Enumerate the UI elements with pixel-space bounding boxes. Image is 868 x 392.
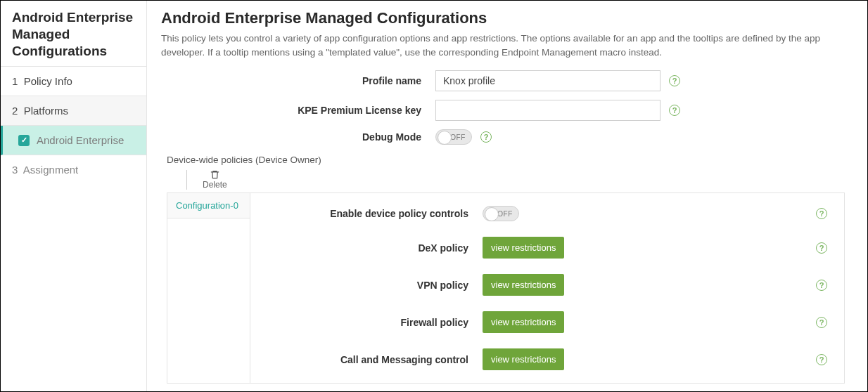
- step-platforms[interactable]: 2 Platforms: [1, 96, 146, 126]
- row-enable-device-policy-controls: Enable device policy controls OFF ?: [250, 206, 827, 221]
- delete-button[interactable]: Delete: [203, 169, 227, 190]
- row-debug-mode: Debug Mode OFF ?: [161, 129, 850, 145]
- input-license-key[interactable]: [435, 100, 660, 121]
- page-title: Android Enterprise Managed Configuration…: [161, 9, 850, 27]
- view-restrictions-button[interactable]: view restrictions: [483, 311, 564, 333]
- help-icon[interactable]: ?: [669, 75, 680, 86]
- config-tabs: Configuration-0: [167, 193, 250, 383]
- config-panel: Configuration-0 Enable device policy con…: [167, 192, 845, 384]
- policy-label: Enable device policy controls: [250, 208, 483, 219]
- toggle-debug-mode[interactable]: OFF: [435, 129, 472, 145]
- policy-label: DeX policy: [250, 242, 483, 254]
- sidebar-title: Android Enterprise Managed Configuration…: [1, 1, 146, 67]
- step-label: Platforms: [24, 105, 68, 117]
- help-icon[interactable]: ?: [669, 105, 680, 116]
- main: Android Enterprise Managed Configuration…: [147, 1, 867, 391]
- help-icon[interactable]: ?: [816, 208, 827, 219]
- trash-icon: [210, 169, 220, 180]
- help-icon[interactable]: ?: [816, 317, 827, 328]
- policy-label: Call and Messaging control: [250, 354, 483, 365]
- tab-configuration-0[interactable]: Configuration-0: [167, 193, 250, 218]
- row-license-key: KPE Premium License key ?: [161, 100, 850, 121]
- substep-label: Android Enterprise: [37, 134, 124, 146]
- toggle-state: OFF: [497, 210, 513, 218]
- step-num: 2: [12, 105, 18, 117]
- toolbar-divider: [186, 170, 187, 190]
- substep-android-enterprise[interactable]: ✓ Android Enterprise: [1, 126, 146, 155]
- toolbar: Delete: [186, 169, 850, 190]
- toggle-state: OFF: [450, 133, 466, 141]
- row-profile-name: Profile name ?: [161, 70, 850, 91]
- row-dex-policy: DeX policy view restrictions ?: [250, 237, 827, 259]
- row-firewall-policy: Firewall policy view restrictions ?: [250, 311, 827, 333]
- sidebar: Android Enterprise Managed Configuration…: [1, 1, 147, 391]
- label-profile-name: Profile name: [161, 75, 435, 86]
- config-body: Enable device policy controls OFF ? DeX …: [250, 193, 844, 383]
- step-label: Policy Info: [24, 75, 72, 87]
- view-restrictions-button[interactable]: view restrictions: [483, 348, 564, 370]
- page-description: This policy lets you control a variety o…: [161, 32, 850, 59]
- row-vpn-policy: VPN policy view restrictions ?: [250, 274, 827, 296]
- step-assignment[interactable]: 3 Assignment: [1, 155, 146, 184]
- step-label: Assignment: [23, 164, 78, 176]
- row-call-messaging-control: Call and Messaging control view restrict…: [250, 348, 827, 370]
- step-num: 3: [12, 164, 18, 176]
- toggle-enable-device-policy-controls[interactable]: OFF: [483, 206, 519, 221]
- checkmark-icon: ✓: [18, 135, 30, 146]
- help-icon[interactable]: ?: [816, 242, 827, 254]
- help-icon[interactable]: ?: [816, 354, 827, 365]
- step-num: 1: [12, 75, 18, 87]
- view-restrictions-button[interactable]: view restrictions: [483, 237, 564, 259]
- step-policy-info[interactable]: 1 Policy Info: [1, 67, 146, 96]
- policy-label: VPN policy: [250, 280, 483, 291]
- delete-label: Delete: [203, 180, 227, 190]
- input-profile-name[interactable]: [435, 70, 660, 91]
- help-icon[interactable]: ?: [816, 280, 827, 291]
- section-heading-device-wide: Device-wide policies (Device Owner): [167, 155, 850, 165]
- view-restrictions-button[interactable]: view restrictions: [483, 274, 564, 296]
- label-license-key: KPE Premium License key: [161, 105, 435, 116]
- label-debug-mode: Debug Mode: [161, 131, 435, 143]
- policy-label: Firewall policy: [250, 317, 483, 328]
- help-icon[interactable]: ?: [480, 131, 492, 143]
